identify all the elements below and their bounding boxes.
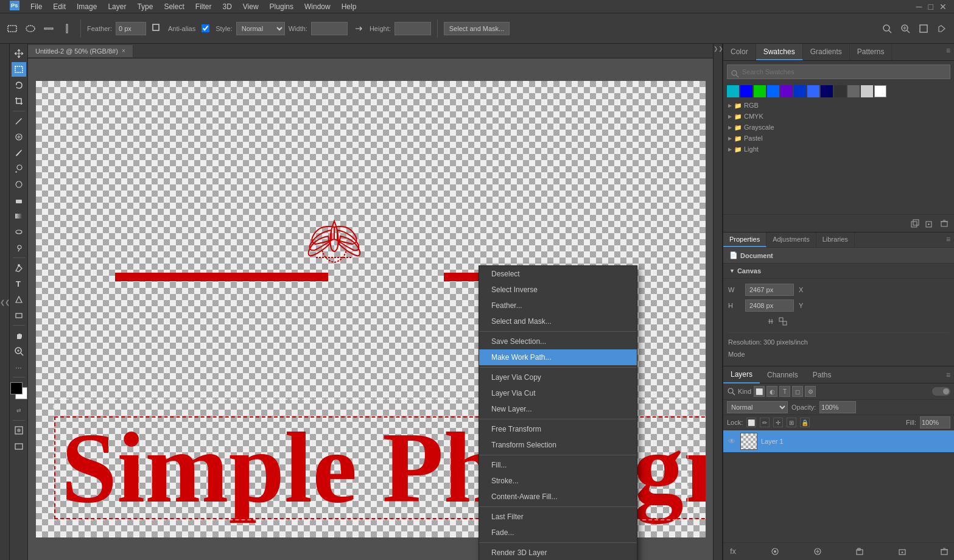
maximize-btn[interactable]: □	[928, 2, 933, 12]
tab-properties[interactable]: Properties	[723, 233, 766, 247]
toggle-colors-btn[interactable]: ⇄	[12, 403, 26, 418]
toolbox-expand[interactable]: ❮❮	[0, 44, 10, 560]
swatch-group-light[interactable]: ▶ 📁 Light	[727, 144, 950, 155]
lock-position-icon[interactable]: ✛	[773, 418, 783, 427]
ctx-deselect[interactable]: Deselect	[479, 266, 637, 282]
swatch-group-rgb[interactable]: ▶ 📁 RGB	[727, 100, 950, 111]
layers-add-fx-btn[interactable]: fx	[727, 545, 739, 558]
document-tab[interactable]: Untitled-2 @ 50% (RGB/8#) ×	[28, 45, 133, 57]
ctx-new-layer[interactable]: New Layer...	[479, 401, 637, 417]
swatch-group-pastel[interactable]: ▶ 📁 Pastel	[727, 133, 950, 144]
single-col-marquee-icon[interactable]	[60, 21, 74, 36]
swatch-darkgray[interactable]	[834, 85, 846, 97]
ctx-feather[interactable]: Feather...	[479, 298, 637, 313]
gradient-tool[interactable]	[12, 209, 26, 223]
crop-tool[interactable]	[12, 94, 26, 108]
swatch-purple[interactable]	[780, 85, 793, 97]
menu-select[interactable]: Select	[159, 1, 189, 12]
kind-pixel-icon[interactable]: ⬜	[754, 386, 765, 397]
properties-canvas-header[interactable]: ▼ Canvas	[723, 264, 954, 279]
zoom-tool-btn[interactable]	[12, 344, 26, 359]
ctx-fill[interactable]: Fill...	[479, 457, 637, 473]
lasso-tool[interactable]	[12, 78, 26, 93]
swatch-navy[interactable]	[821, 85, 833, 97]
marquee-rect-icon[interactable]	[5, 21, 19, 36]
panel-menu-btn[interactable]: ≡	[942, 44, 954, 60]
lock-artboard-icon[interactable]: ⊞	[787, 418, 796, 427]
swatch-group-grayscale[interactable]: ▶ 📁 Grayscale	[727, 122, 950, 133]
healing-tool[interactable]	[12, 130, 26, 144]
menu-3d[interactable]: 3D	[217, 1, 236, 12]
shape-tool[interactable]	[12, 308, 26, 323]
layers-add-adjustment-btn[interactable]	[812, 545, 824, 558]
swatch-blue[interactable]	[740, 85, 752, 97]
antialiase-checkbox[interactable]	[202, 24, 209, 32]
move-tool[interactable]	[12, 46, 26, 61]
swatches-search-input[interactable]	[727, 65, 950, 79]
kind-adjust-icon[interactable]: ◐	[766, 386, 777, 397]
layers-delete-btn[interactable]	[938, 545, 950, 558]
screen-mode-btn[interactable]	[12, 439, 26, 453]
blur-tool[interactable]	[12, 225, 26, 239]
opacity-input[interactable]	[819, 401, 856, 413]
menu-plugins[interactable]: Plugins	[265, 1, 298, 12]
resize-icon[interactable]	[916, 21, 931, 36]
canvas-height-input[interactable]	[745, 299, 794, 312]
tab-paths[interactable]: Paths	[805, 367, 839, 383]
tab-swatches[interactable]: Swatches	[756, 44, 803, 60]
path-select-tool[interactable]	[12, 292, 26, 307]
swatch-cornblue[interactable]	[807, 85, 819, 97]
close-btn[interactable]: ✕	[939, 2, 947, 12]
swatch-blue2[interactable]	[767, 85, 779, 97]
swatch-cyan[interactable]	[727, 85, 739, 97]
share-icon[interactable]	[935, 21, 949, 36]
properties-document-header[interactable]: 📄 Document	[723, 248, 954, 264]
more-tools-btn[interactable]: ···	[12, 360, 26, 374]
tab-libraries[interactable]: Libraries	[816, 233, 855, 247]
canvas-container[interactable]: Simple Photogr Deselect Select Inverse F…	[28, 58, 713, 560]
swatches-add-btn[interactable]	[924, 217, 936, 229]
menu-ps[interactable]: Ps	[5, 0, 24, 13]
single-row-marquee-icon[interactable]	[41, 21, 56, 36]
blend-mode-select[interactable]: Normal	[727, 401, 788, 413]
layers-add-group-btn[interactable]	[854, 545, 866, 558]
ctx-stroke[interactable]: Stroke...	[479, 473, 637, 489]
layer-visibility-icon[interactable]: 👁	[727, 436, 737, 446]
canvas-width-input[interactable]	[745, 284, 794, 296]
tab-adjustments[interactable]: Adjustments	[766, 233, 816, 247]
quick-mask-btn[interactable]	[12, 423, 26, 438]
menu-image[interactable]: Image	[72, 1, 102, 12]
feather-input[interactable]	[116, 22, 146, 35]
toggle-right-panel-btn[interactable]: ❯❯	[714, 44, 723, 54]
pen-tool[interactable]	[12, 261, 26, 275]
canvas-y-input[interactable]	[816, 299, 858, 312]
select-and-mask-btn[interactable]: Select and Mask...	[444, 22, 510, 35]
ctx-make-work-path[interactable]: Make Work Path...	[479, 349, 637, 365]
swap-dimensions-icon[interactable]	[351, 21, 366, 36]
search-icon[interactable]	[880, 21, 894, 36]
tab-color[interactable]: Color	[723, 44, 756, 60]
ctx-content-aware-fill[interactable]: Content-Aware Fill...	[479, 489, 637, 505]
ctx-select-and-mask[interactable]: Select and Mask...	[479, 313, 637, 329]
menu-type[interactable]: Type	[132, 1, 158, 12]
canvas-x-input[interactable]	[816, 284, 858, 296]
ctx-render-3d-layer[interactable]: Render 3D Layer	[479, 545, 637, 560]
marquee-ellipse-icon[interactable]	[23, 21, 38, 36]
layers-menu-btn[interactable]: ≡	[942, 368, 954, 382]
kind-type-icon[interactable]: T	[779, 386, 790, 397]
swatch-group-cmyk[interactable]: ▶ 📁 CMYK	[727, 111, 950, 122]
style-select[interactable]: Normal	[236, 22, 285, 35]
dodge-tool[interactable]	[12, 240, 26, 255]
eraser-tool[interactable]	[12, 193, 26, 208]
brush-tool[interactable]	[12, 145, 26, 160]
swatch-darkblue[interactable]	[794, 85, 806, 97]
document-tab-close[interactable]: ×	[122, 47, 125, 54]
ctx-last-filter[interactable]: Last Filter	[479, 509, 637, 525]
fill-input[interactable]	[920, 416, 950, 429]
tab-gradients[interactable]: Gradients	[803, 44, 850, 60]
ctx-free-transform[interactable]: Free Transform	[479, 421, 637, 437]
swatch-gray[interactable]	[847, 85, 860, 97]
zoom-icon[interactable]	[898, 21, 913, 36]
menu-view[interactable]: View	[238, 1, 264, 12]
tab-layers[interactable]: Layers	[723, 366, 760, 383]
